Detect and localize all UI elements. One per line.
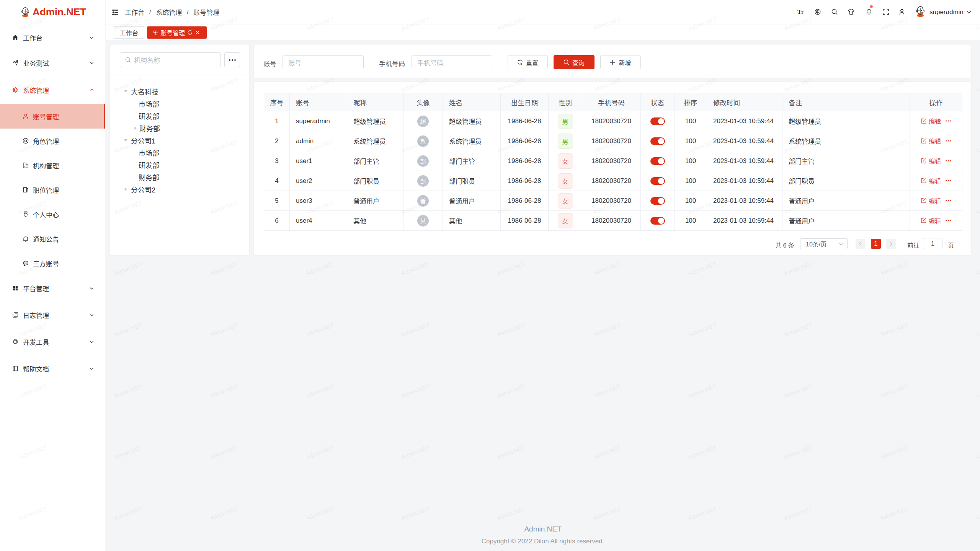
- svg-text:T: T: [801, 10, 804, 15]
